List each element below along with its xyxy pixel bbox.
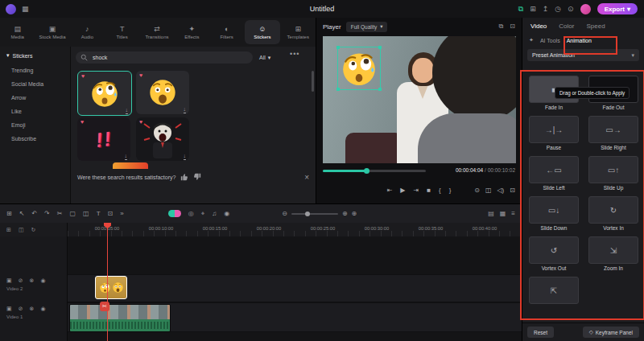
favorite-icon[interactable]: ♥ xyxy=(81,73,85,79)
lock-icon[interactable]: ⊘ xyxy=(19,306,23,312)
stop-icon[interactable]: ■ xyxy=(427,187,431,194)
upload-icon[interactable]: ↥ xyxy=(543,6,549,13)
shocked-emoji-overlay[interactable] xyxy=(340,49,378,88)
thumbs-down-icon[interactable] xyxy=(193,173,201,181)
sticker-clip[interactable] xyxy=(95,276,127,299)
zoom-in-icon[interactable]: ⊕ xyxy=(342,210,348,217)
filter-dropdown[interactable]: All ▾ xyxy=(259,51,270,64)
sidebar-item-subscribe[interactable]: Subscribe xyxy=(0,132,70,146)
history-icon[interactable]: ◷ xyxy=(555,6,561,13)
search-input[interactable] xyxy=(91,54,248,61)
sidebar-item-trending[interactable]: Trending xyxy=(0,64,70,77)
subtab-animation[interactable]: Animation xyxy=(567,38,592,43)
media-library-icon[interactable]: ▦ xyxy=(22,6,29,13)
more-options-icon[interactable]: ••• xyxy=(290,50,299,58)
rerender-icon[interactable]: ↻ xyxy=(31,227,36,233)
tab-stickers[interactable]: ☺Stickers xyxy=(245,20,279,44)
cut-badge-icon[interactable]: ✂ xyxy=(100,302,109,311)
sticker-selection-box[interactable] xyxy=(337,47,381,90)
ai-beat-toggle[interactable] xyxy=(168,210,181,217)
sidebar-header[interactable]: ▾ Stickers xyxy=(0,47,70,64)
tab-media[interactable]: ▤Media xyxy=(0,18,35,47)
resize-handle[interactable] xyxy=(336,88,340,91)
download-icon[interactable]: ↓ xyxy=(184,106,187,113)
sidebar-item-like[interactable]: Like xyxy=(0,105,70,118)
subtab-ai-tools[interactable]: AI Tools xyxy=(540,38,560,43)
mute-icon[interactable]: ⊗ xyxy=(30,277,35,284)
sidebar-item-social-media[interactable]: Social Media xyxy=(0,77,70,91)
quality-dropdown[interactable]: Full Quality ▾ xyxy=(346,22,388,32)
visibility-icon[interactable]: ◉ xyxy=(40,306,45,312)
tab-titles[interactable]: TTitles xyxy=(105,18,139,47)
export-button[interactable]: Export ▾ xyxy=(597,3,638,14)
account-avatar[interactable] xyxy=(6,4,16,14)
tab-filters[interactable]: ◐Filters xyxy=(209,18,244,47)
preset-vortex-in-thumb[interactable]: ↻ xyxy=(588,196,638,224)
resize-handle[interactable] xyxy=(336,46,340,49)
sidebar-item-arrow[interactable]: Arrow xyxy=(0,91,70,105)
previous-frame-icon[interactable]: ⇤ xyxy=(387,187,393,194)
add-track-icon[interactable]: ⊞ xyxy=(6,227,11,233)
mark-out-icon[interactable]: } xyxy=(449,187,452,194)
sticker-result-exclamation[interactable]: !! ♥ ↓ xyxy=(77,117,130,161)
preset-zoom-out-thumb[interactable]: ⇱ xyxy=(529,277,579,304)
play-icon[interactable]: ▶ xyxy=(400,187,405,194)
preset-slide-right-thumb[interactable]: ▭→ xyxy=(588,116,638,143)
video-clip[interactable] xyxy=(69,304,171,332)
trim-icon[interactable]: ◫ xyxy=(83,210,89,217)
tab-color[interactable]: Color xyxy=(559,23,574,30)
pointer-icon[interactable]: ↖ xyxy=(19,210,25,217)
basic-tools-icon[interactable]: ✦ xyxy=(529,37,534,43)
preset-animation-dropdown[interactable]: Preset Animation ▾ xyxy=(527,49,639,61)
voiceover-icon[interactable]: ⌖ xyxy=(201,210,205,218)
split-icon[interactable]: ✂ xyxy=(57,210,63,217)
render-preview-icon[interactable]: ◫ xyxy=(485,187,492,194)
sticker-result-shocked-man[interactable]: ♥ ↓ xyxy=(136,117,189,161)
preset-vortex-out-thumb[interactable]: ↺ xyxy=(529,236,579,264)
lock-icon[interactable]: ⊘ xyxy=(19,277,23,284)
list-view-icon[interactable]: ▤ xyxy=(488,210,494,217)
playhead[interactable] xyxy=(107,223,108,341)
preset-slide-left-thumb[interactable]: ←▭ xyxy=(529,156,579,183)
track-lane-video2[interactable] xyxy=(68,274,522,302)
timeline-ruler[interactable]: ⊞ ◫ ↻ 00:00:05:00 00:00:10:00 00:00:15:0… xyxy=(0,223,522,237)
next-frame-icon[interactable]: ⇥ xyxy=(413,187,419,194)
zoom-out-icon[interactable]: ⊖ xyxy=(282,210,287,217)
zoom-slider[interactable] xyxy=(291,213,338,215)
marker-icon[interactable]: ◎ xyxy=(188,210,194,217)
sticker-result-shock-emoji[interactable]: ♥ ↓ xyxy=(77,71,132,116)
fit-timeline-icon[interactable]: ⊕ xyxy=(352,210,357,217)
tab-video[interactable]: Video xyxy=(530,23,547,30)
redo-icon[interactable]: ↷ xyxy=(44,210,50,217)
undo-icon[interactable]: ↶ xyxy=(31,210,37,217)
keyframe-panel-button[interactable]: ◇ Keyframe Panel xyxy=(583,327,639,338)
volume-icon[interactable]: ◁) xyxy=(497,187,504,194)
screen-record-icon[interactable]: ⧉ xyxy=(518,6,523,13)
download-icon[interactable]: ↓ xyxy=(184,153,187,160)
mute-icon[interactable]: ⊗ xyxy=(30,306,35,312)
mic-icon[interactable]: ⊙ xyxy=(568,6,574,13)
video-preview[interactable] xyxy=(323,36,516,163)
zoom-knob[interactable] xyxy=(305,212,310,216)
crop-icon[interactable]: ▢ xyxy=(70,210,76,217)
record-icon[interactable]: ◉ xyxy=(224,210,229,217)
close-icon[interactable]: × xyxy=(304,173,309,182)
sticker-result-wow-emoji[interactable]: ♥ ↓ xyxy=(136,71,189,114)
tab-effects[interactable]: ✦Effects xyxy=(175,18,209,47)
user-avatar[interactable] xyxy=(580,4,591,14)
grid-view-icon[interactable]: ▦ xyxy=(500,210,506,217)
progress-knob[interactable] xyxy=(364,168,369,174)
split-view-icon[interactable]: ⧉ xyxy=(499,23,504,31)
preset-slide-up-thumb[interactable]: ▭↑ xyxy=(588,156,638,183)
tab-speed[interactable]: Speed xyxy=(586,23,605,30)
detach-player-icon[interactable]: ⊡ xyxy=(510,23,515,31)
tab-transitions[interactable]: ⇄Transitions xyxy=(139,18,174,47)
fullscreen-icon[interactable]: ⊡ xyxy=(510,187,515,194)
tab-stock-media[interactable]: ▣Stock Media xyxy=(35,18,69,47)
snapshot-icon[interactable]: ⊙ xyxy=(474,187,480,194)
preset-slide-down-thumb[interactable]: ▭↓ xyxy=(529,196,579,224)
favorite-icon[interactable]: ♥ xyxy=(80,119,84,125)
reset-button[interactable]: Reset xyxy=(527,327,554,338)
mark-in-icon[interactable]: { xyxy=(439,187,441,194)
favorite-icon[interactable]: ♥ xyxy=(139,72,142,78)
